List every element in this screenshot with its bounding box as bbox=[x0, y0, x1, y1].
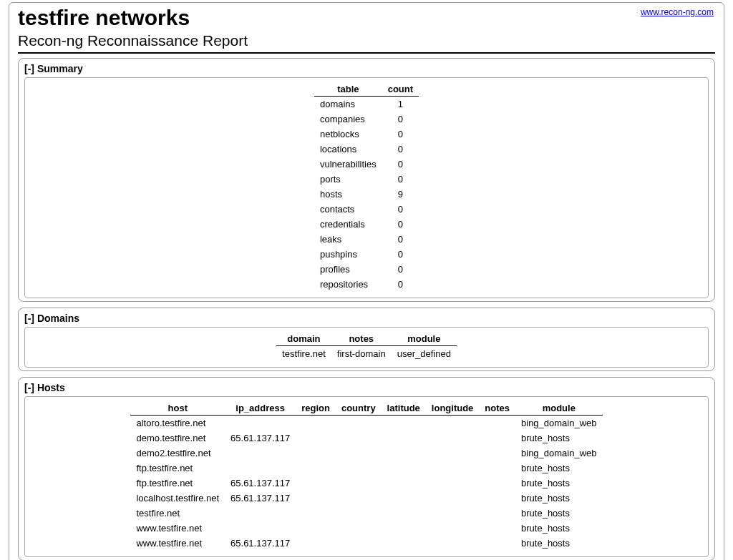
summary-cell-table: vulnerabilities bbox=[314, 157, 382, 172]
table-row: ports0 bbox=[314, 172, 419, 187]
table-row: companies0 bbox=[314, 112, 419, 127]
summary-cell-table: repositories bbox=[314, 277, 382, 292]
summary-cell-count: 0 bbox=[382, 277, 419, 292]
recon-ng-link[interactable]: www.recon-ng.com bbox=[641, 7, 714, 17]
report-subtitle: Recon-ng Reconnaissance Report bbox=[18, 32, 715, 49]
hosts-cell-longitude bbox=[426, 461, 480, 476]
hosts-cell-notes bbox=[479, 431, 515, 446]
hosts-cell-latitude bbox=[382, 476, 426, 491]
summary-cell-table: leaks bbox=[314, 232, 382, 247]
table-row: pushpins0 bbox=[314, 247, 419, 262]
hosts-cell-latitude bbox=[382, 521, 426, 536]
hosts-toggle[interactable]: [-] Hosts bbox=[24, 380, 709, 396]
domains-section: [-] Domains domain notes module testfire… bbox=[18, 308, 715, 371]
summary-cell-count: 0 bbox=[382, 202, 419, 217]
summary-cell-count: 0 bbox=[382, 127, 419, 142]
hosts-cell-host: ftp.testfire.net bbox=[130, 476, 225, 491]
hosts-cell-latitude bbox=[382, 446, 426, 461]
hosts-th-latitude: latitude bbox=[382, 401, 426, 416]
domains-th-notes: notes bbox=[331, 332, 392, 346]
summary-cell-table: pushpins bbox=[314, 247, 382, 262]
summary-table: table count domains1companies0netblocks0… bbox=[314, 82, 419, 292]
hosts-cell-notes bbox=[479, 506, 515, 521]
table-row: demo2.testfire.netbing_domain_web bbox=[130, 446, 602, 461]
hosts-cell-notes bbox=[479, 476, 515, 491]
table-row: www.testfire.netbrute_hosts bbox=[130, 521, 602, 536]
hosts-cell-host: demo.testfire.net bbox=[130, 431, 225, 446]
hosts-th-longitude: longitude bbox=[426, 401, 480, 416]
domains-cell-notes: first-domain bbox=[331, 345, 392, 361]
hosts-cell-country bbox=[336, 446, 382, 461]
hosts-cell-ip_address bbox=[225, 415, 296, 431]
hosts-th-notes: notes bbox=[479, 401, 515, 416]
table-row: netblocks0 bbox=[314, 127, 419, 142]
summary-cell-count: 0 bbox=[382, 262, 419, 277]
hosts-cell-notes bbox=[479, 446, 515, 461]
table-row: profiles0 bbox=[314, 262, 419, 277]
summary-cell-table: contacts bbox=[314, 202, 382, 217]
table-row: demo.testfire.net65.61.137.117brute_host… bbox=[130, 431, 602, 446]
hosts-cell-module: brute_hosts bbox=[515, 476, 603, 491]
summary-toggle[interactable]: [-] Summary bbox=[24, 62, 709, 77]
hosts-body: host ip_address region country latitude … bbox=[24, 396, 709, 557]
table-row: credentials0 bbox=[314, 217, 419, 232]
hosts-cell-country bbox=[336, 415, 382, 431]
hosts-cell-region bbox=[296, 506, 336, 521]
table-row: locations0 bbox=[314, 142, 419, 157]
summary-cell-table: profiles bbox=[314, 262, 382, 277]
summary-cell-table: credentials bbox=[314, 217, 382, 232]
summary-cell-count: 1 bbox=[382, 96, 419, 112]
table-row: altoro.testfire.netbing_domain_web bbox=[130, 415, 602, 431]
hosts-cell-longitude bbox=[426, 536, 480, 551]
domains-th-module: module bbox=[392, 332, 457, 346]
hosts-cell-notes bbox=[479, 536, 515, 551]
hosts-th-host: host bbox=[130, 401, 225, 416]
hosts-cell-ip_address: 65.61.137.117 bbox=[225, 476, 296, 491]
summary-cell-count: 0 bbox=[382, 217, 419, 232]
domains-th-domain: domain bbox=[276, 332, 331, 346]
hosts-cell-module: brute_hosts bbox=[515, 506, 603, 521]
hosts-cell-host: ftp.testfire.net bbox=[130, 461, 225, 476]
table-row: domains1 bbox=[314, 96, 419, 112]
hosts-cell-latitude bbox=[382, 536, 426, 551]
hosts-cell-country bbox=[336, 536, 382, 551]
summary-cell-count: 0 bbox=[382, 112, 419, 127]
hosts-cell-notes bbox=[479, 521, 515, 536]
hosts-cell-ip_address: 65.61.137.117 bbox=[225, 431, 296, 446]
hosts-cell-module: brute_hosts bbox=[515, 461, 603, 476]
hosts-cell-host: www.testfire.net bbox=[130, 521, 225, 536]
summary-cell-table: netblocks bbox=[314, 127, 382, 142]
hosts-cell-ip_address bbox=[225, 521, 296, 536]
hosts-cell-region bbox=[296, 446, 336, 461]
hosts-th-country: country bbox=[336, 401, 382, 416]
hosts-th-region: region bbox=[296, 401, 336, 416]
hosts-cell-module: brute_hosts bbox=[515, 521, 603, 536]
hosts-cell-ip_address bbox=[225, 446, 296, 461]
hosts-cell-latitude bbox=[382, 506, 426, 521]
domains-toggle[interactable]: [-] Domains bbox=[24, 311, 709, 327]
table-row: ftp.testfire.netbrute_hosts bbox=[130, 461, 602, 476]
hosts-cell-host: www.testfire.net bbox=[130, 536, 225, 551]
hosts-cell-latitude bbox=[382, 491, 426, 506]
summary-cell-count: 0 bbox=[382, 172, 419, 187]
domains-cell-module: user_defined bbox=[392, 345, 457, 361]
hosts-section: [-] Hosts host ip_address region country… bbox=[18, 377, 715, 561]
summary-section: [-] Summary table count domains1companie… bbox=[18, 58, 715, 302]
hosts-cell-longitude bbox=[426, 521, 480, 536]
hosts-cell-country bbox=[336, 461, 382, 476]
hosts-cell-region bbox=[296, 491, 336, 506]
hosts-cell-longitude bbox=[426, 476, 480, 491]
summary-cell-table: ports bbox=[314, 172, 382, 187]
title-divider bbox=[18, 52, 715, 54]
hosts-cell-ip_address bbox=[225, 506, 296, 521]
hosts-cell-notes bbox=[479, 415, 515, 431]
hosts-cell-latitude bbox=[382, 415, 426, 431]
domains-body: domain notes module testfire.netfirst-do… bbox=[24, 327, 709, 368]
hosts-cell-region bbox=[296, 415, 336, 431]
hosts-cell-longitude bbox=[426, 415, 480, 431]
table-row: vulnerabilities0 bbox=[314, 157, 419, 172]
hosts-cell-region bbox=[296, 521, 336, 536]
hosts-th-module: module bbox=[515, 401, 603, 416]
hosts-cell-notes bbox=[479, 491, 515, 506]
summary-cell-table: hosts bbox=[314, 187, 382, 202]
